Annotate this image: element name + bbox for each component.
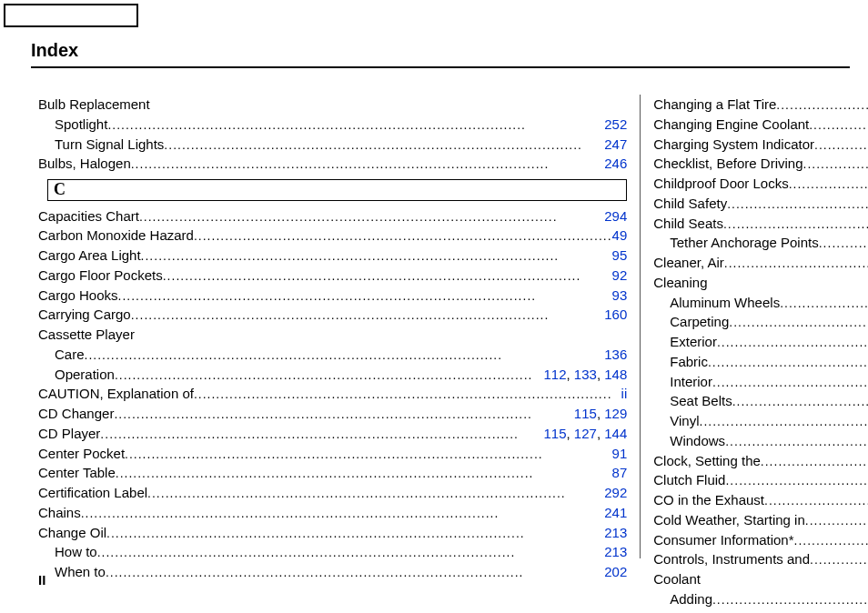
page-link[interactable]: 148 — [604, 367, 627, 382]
entry-label: Charging System Indicator — [653, 135, 814, 155]
page-link[interactable]: 95 — [612, 247, 628, 263]
entry-pages: 246 — [604, 154, 627, 174]
entry-label: Controls, Instruments and — [653, 549, 810, 569]
page-link[interactable]: 160 — [604, 306, 627, 322]
entry-pages: 112, 133, 148 — [543, 365, 627, 385]
page-link[interactable]: 127 — [574, 426, 597, 441]
index-entry: Consumer Information*306 — [653, 530, 868, 550]
entry-pages: 252 — [604, 115, 627, 135]
page-link[interactable]: 202 — [604, 564, 627, 579]
entry-pages: 115, 129 — [574, 404, 627, 424]
header-box — [4, 4, 138, 27]
entry-label: Consumer Information* — [653, 530, 793, 550]
entry-label: Capacities Chart — [38, 206, 139, 226]
column-2: Changing a Flat Tire 266Changing Engine … — [640, 95, 868, 558]
leader-dots — [106, 563, 604, 581]
page-link[interactable]: 144 — [604, 426, 627, 441]
page-link[interactable]: 92 — [612, 267, 628, 283]
index-entry: Change Oil213 — [38, 523, 627, 543]
entry-label: Checklist, Before Driving — [653, 154, 802, 174]
page-link[interactable]: 91 — [612, 446, 628, 461]
entry-label: Certification Label — [38, 483, 147, 503]
page-link[interactable]: 129 — [604, 406, 627, 421]
leader-dots — [803, 155, 869, 173]
entry-label: Clutch Fluid — [653, 470, 725, 490]
leader-dots — [131, 155, 605, 173]
entry-label: When to — [55, 562, 106, 582]
leader-dots — [780, 294, 868, 312]
page-link[interactable]: 252 — [604, 116, 627, 132]
entry-label: Seat Belts — [670, 391, 732, 411]
entry-label: Fabric — [670, 352, 708, 372]
index-entry: Certification Label292 — [38, 483, 627, 503]
index-entry: CO in the Exhaust300 — [653, 490, 868, 510]
entry-pages: 241 — [604, 503, 627, 523]
page-link[interactable]: 136 — [604, 347, 627, 362]
entry-pages: 213 — [604, 542, 627, 562]
entry-pages: 202 — [604, 562, 627, 582]
entry-pages: 294 — [604, 206, 627, 226]
entry-label: Cleaner, Air — [653, 253, 724, 273]
page-title: Index — [31, 40, 850, 61]
leader-dots — [789, 175, 868, 193]
leader-dots — [717, 333, 868, 351]
index-entry: Care136 — [38, 345, 627, 365]
leader-dots — [723, 215, 868, 233]
page-link[interactable]: 247 — [604, 136, 627, 152]
leader-dots — [131, 306, 605, 324]
leader-dots — [118, 286, 612, 305]
entry-label: Change Oil — [38, 523, 106, 543]
index-entry: Windows260 — [653, 431, 868, 451]
entry-label: Child Safety — [653, 194, 727, 214]
page-link[interactable]: 87 — [612, 465, 628, 480]
index-entry: Center Table87 — [38, 463, 627, 483]
entry-label: CAUTION, Explanation of — [38, 384, 194, 404]
page-link[interactable]: 133 — [574, 367, 597, 382]
leader-dots — [724, 254, 868, 272]
entry-label: Cold Weather, Starting in — [653, 510, 804, 530]
entry-label: Care — [55, 345, 85, 365]
page-link[interactable]: 49 — [612, 227, 628, 243]
leader-dots — [725, 432, 868, 450]
index-entry: Cleaner, Air226 — [653, 253, 868, 273]
index-entry: Cold Weather, Starting in167 — [653, 510, 868, 530]
index-entry: Exterior256 — [653, 332, 868, 352]
leader-dots — [114, 405, 573, 423]
page-link[interactable]: 213 — [604, 544, 627, 559]
leader-dots — [764, 491, 868, 509]
page-link[interactable]: 93 — [612, 287, 628, 303]
page-link[interactable]: 115 — [543, 426, 566, 441]
entry-label: Childproof Door Locks — [653, 174, 788, 194]
entry-label: Tether Anchorage Points — [670, 233, 818, 253]
index-entry: When to202 — [38, 562, 627, 582]
index-entry: Turn Signal Lights247 — [38, 135, 627, 155]
page-link[interactable]: 241 — [604, 505, 627, 520]
entry-label: Operation — [55, 365, 115, 385]
index-entry: Checklist, Before Driving151 — [653, 154, 868, 174]
page-link[interactable]: 112 — [543, 367, 566, 382]
page-link[interactable]: 292 — [604, 485, 627, 500]
page-link[interactable]: 294 — [604, 208, 627, 224]
index-entry: Bulbs, Halogen246 — [38, 154, 627, 174]
index-entry: CAUTION, Explanation of ii — [38, 384, 627, 404]
title-bar: Index — [31, 40, 850, 68]
entry-pages: 160 — [604, 305, 627, 325]
entry-pages: 213 — [604, 523, 627, 543]
leader-dots — [727, 195, 868, 213]
index-entry: Vinyl260 — [653, 411, 868, 431]
entry-label: Coolant — [653, 569, 701, 589]
entry-label: Carbon Monoxide Hazard — [38, 226, 194, 246]
folio: II — [38, 572, 45, 588]
leader-dots — [712, 373, 868, 391]
page-link[interactable]: ii — [621, 386, 628, 401]
entry-label: Aluminum Wheels — [670, 293, 780, 313]
index-entry: How to213 — [38, 542, 627, 562]
leader-dots — [194, 226, 612, 245]
entry-label: Exterior — [670, 332, 717, 352]
page-link[interactable]: 115 — [574, 406, 597, 421]
page-link[interactable]: 246 — [604, 156, 627, 171]
leader-dots — [712, 590, 868, 608]
leader-dots — [729, 313, 868, 331]
page-link[interactable]: 213 — [604, 525, 627, 540]
leader-dots — [147, 484, 604, 502]
